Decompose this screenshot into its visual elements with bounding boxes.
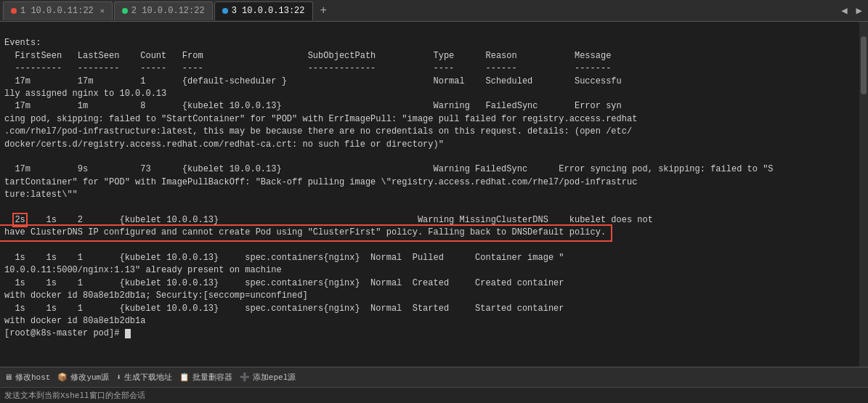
tab-1-dot bbox=[11, 8, 17, 14]
scrollbar[interactable] bbox=[859, 22, 868, 367]
toolbar-host-label: 修改host bbox=[15, 372, 50, 383]
terminal-after-lines: 1s 1s 1 {kubelet 10.0.0.13} spec.contain… bbox=[4, 253, 564, 338]
toolbar-epel-icon: ➕ bbox=[240, 373, 250, 382]
toolbar-item-host[interactable]: 🖥 修改host bbox=[4, 372, 50, 383]
terminal-highlight-start bbox=[4, 215, 15, 225]
toolbar-epel-label: 添加epel源 bbox=[253, 372, 296, 383]
status-bar: 发送文本到当前Xshell窗口的全部会话 bbox=[0, 387, 868, 403]
bottom-toolbar: 🖥 修改host 📦 修改yum源 ⬇ 生成下载地址 📋 批量删容器 ➕ 添加e… bbox=[0, 367, 868, 387]
terminal-dns-warning: have ClusterDNS IP configured and cannot… bbox=[0, 227, 610, 239]
toolbar-download-label: 生成下载地址 bbox=[124, 372, 172, 383]
terminal-content[interactable]: Events: FirstSeen LastSeen Count From Su… bbox=[0, 22, 859, 367]
toolbar-item-yum[interactable]: 📦 修改yum源 bbox=[57, 372, 109, 383]
tab-2-label: 2 10.0.0.12:22 bbox=[131, 6, 205, 16]
redbox-2s: 2s bbox=[15, 215, 25, 225]
toolbar-download-icon: ⬇ bbox=[116, 373, 121, 382]
tab-3-dot bbox=[222, 8, 228, 14]
tab-add-button[interactable]: + bbox=[315, 3, 333, 19]
status-text: 发送文本到当前Xshell窗口的全部会话 bbox=[4, 390, 145, 401]
toolbar-container-icon: 📋 bbox=[179, 373, 190, 382]
tab-next-button[interactable]: ▶ bbox=[853, 3, 865, 18]
toolbar-container-label: 批量删容器 bbox=[192, 372, 232, 383]
tab-1[interactable]: 1 10.0.0.11:22 ✕ bbox=[3, 1, 113, 20]
cursor-block bbox=[125, 329, 131, 338]
tab-1-close[interactable]: ✕ bbox=[100, 7, 105, 15]
toolbar-item-container[interactable]: 📋 批量删容器 bbox=[179, 372, 232, 383]
tab-1-label: 1 10.0.0.11:22 bbox=[20, 6, 94, 16]
terminal-main: Events: FirstSeen LastSeen Count From Su… bbox=[0, 22, 868, 367]
scrollbar-thumb[interactable] bbox=[861, 36, 867, 94]
tab-3[interactable]: 3 10.0.0.13:22 bbox=[214, 1, 313, 20]
terminal-highlight-rest: 1s 2 {kubelet 10.0.0.13} Warning Missing… bbox=[25, 215, 653, 225]
toolbar-item-download[interactable]: ⬇ 生成下载地址 bbox=[116, 372, 172, 383]
tab-bar-right: ◀ ▶ bbox=[838, 3, 865, 18]
toolbar-item-epel[interactable]: ➕ 添加epel源 bbox=[240, 372, 296, 383]
toolbar-yum-label: 修改yum源 bbox=[70, 372, 109, 383]
terminal-warning-block: 17m 9s 73 {kubelet 10.0.0.13} Warning Fa… bbox=[4, 164, 774, 200]
tab-2[interactable]: 2 10.0.0.12:22 bbox=[114, 1, 213, 20]
toolbar-yum-icon: 📦 bbox=[57, 373, 68, 382]
tab-bar: 1 10.0.0.11:22 ✕ 2 10.0.0.12:22 3 10.0.0… bbox=[0, 0, 868, 22]
tab-2-dot bbox=[122, 8, 128, 14]
toolbar-host-icon: 🖥 bbox=[4, 373, 12, 382]
tab-3-label: 3 10.0.0.13:22 bbox=[232, 6, 305, 16]
terminal-events-header: Events: FirstSeen LastSeen Count From Su… bbox=[4, 38, 637, 149]
tab-prev-button[interactable]: ◀ bbox=[838, 3, 850, 18]
